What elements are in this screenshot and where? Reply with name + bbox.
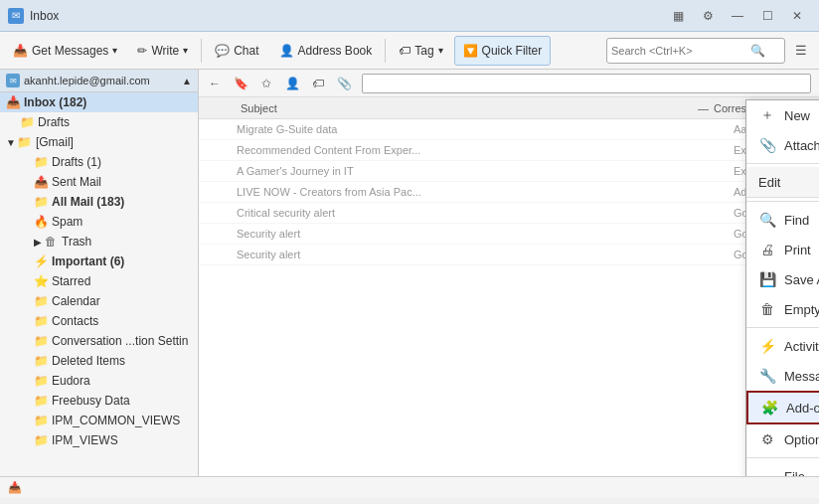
get-messages-btn[interactable]: 📥 Get Messages ▾ <box>4 36 126 66</box>
row3-subject: A Gamer's Journey in IT <box>237 165 734 177</box>
email-row[interactable]: Recommended Content From Exper... Expe..… <box>199 140 819 161</box>
row2-subject: Recommended Content From Exper... <box>237 144 734 156</box>
drafts2-icon: 📁 <box>34 155 48 169</box>
email-row[interactable]: Critical security alert Goog... <box>199 203 819 224</box>
settings-btn[interactable]: ⚙ <box>694 5 722 27</box>
sidebar-item-contacts[interactable]: 📁 Contacts <box>0 311 198 331</box>
main-layout: ✉ akanht.lepide@gmail.com ▲ 📥 Inbox (182… <box>0 70 819 476</box>
sidebar-item-trash[interactable]: ▶ 🗑 Trash <box>0 232 198 252</box>
filter-icon: 🔽 <box>463 44 478 58</box>
search-icon[interactable]: 🔍 <box>750 44 765 58</box>
menu-edit-section: Edit ✂ ⧉ 📋 ▶ <box>746 167 819 198</box>
menu-label-options: Options <box>784 432 819 447</box>
minimize-btn[interactable]: — <box>724 5 751 27</box>
account-label: akanht.lepide@gmail.com <box>24 75 150 86</box>
menu-label-addons: Add-ons <box>786 401 819 416</box>
quick-filter-btn[interactable]: 🔽 Quick Filter <box>454 36 552 66</box>
contact-icon[interactable]: 👤 <box>280 73 304 94</box>
context-menu: ＋ New ▶ 📎 Attachments ▶ Edit ✂ ⧉ 📋 ▶ <box>745 99 819 476</box>
allmail-label: All Mail (183) <box>52 195 124 209</box>
sidebar-item-sent[interactable]: 📤 Sent Mail <box>0 172 198 192</box>
menu-item-new[interactable]: ＋ New ▶ <box>746 100 819 130</box>
menu-item-print[interactable]: 🖨 Print <box>746 235 819 264</box>
deleted-label: Deleted Items <box>52 354 125 368</box>
write-dropdown-arrow[interactable]: ▾ <box>183 45 188 56</box>
deleted-icon: 📁 <box>34 354 48 368</box>
label-icon[interactable]: 🏷 <box>306 73 330 94</box>
menu-label-new: New <box>784 108 819 123</box>
sidebar-item-inbox[interactable]: 📥 Inbox (182) <box>0 92 198 112</box>
chat-btn[interactable]: 💬 Chat <box>206 36 267 66</box>
menu-item-file[interactable]: File ▶ <box>746 461 819 476</box>
sidebar-item-deleted[interactable]: 📁 Deleted Items <box>0 351 198 371</box>
menu-item-options[interactable]: ⚙ Options ▶ <box>746 424 819 454</box>
sidebar-item-eudora[interactable]: 📁 Eudora <box>0 371 198 391</box>
filters-icon: 🔧 <box>758 367 776 385</box>
close-btn[interactable]: ✕ <box>783 5 811 27</box>
ipm-views-icon: 📁 <box>34 433 48 447</box>
hamburger-menu-btn[interactable]: ☰ <box>787 37 815 65</box>
menu-item-find[interactable]: 🔍 Find <box>746 205 819 235</box>
email-row[interactable]: LIVE NOW - Creators from Asia Pac... Ado… <box>199 182 819 203</box>
email-search-box[interactable] <box>362 74 811 93</box>
sidebar-item-spam[interactable]: 🔥 Spam <box>0 212 198 232</box>
menu-item-saveas[interactable]: 💾 Save As <box>746 264 819 294</box>
drafts-icon: 📁 <box>20 115 34 129</box>
sidebar-item-gmail[interactable]: ▼ 📁 [Gmail] <box>0 132 198 152</box>
sidebar-item-drafts2[interactable]: 📁 Drafts (1) <box>0 152 198 172</box>
bookmark-icon[interactable]: 🔖 <box>229 73 252 94</box>
toolbar-sep1 <box>201 39 202 63</box>
sidebar-item-important[interactable]: ⚡ Important (6) <box>0 252 198 271</box>
address-book-btn[interactable]: 👤 Address Book <box>270 36 382 66</box>
menu-label-print: Print <box>784 243 819 257</box>
trash-arrow: ▶ <box>34 237 42 248</box>
menu-label-attachments: Attachments <box>784 138 819 153</box>
sidebar-item-starred[interactable]: ⭐ Starred <box>0 271 198 291</box>
drafts2-label: Drafts (1) <box>52 155 101 169</box>
grid-view-btn[interactable]: ▦ <box>664 5 692 27</box>
status-bar: 📥 <box>0 476 819 498</box>
write-btn[interactable]: ✏ Write ▾ <box>128 36 197 66</box>
col-subject: Subject <box>241 102 698 114</box>
email-row[interactable]: Security alert Goog... <box>199 245 819 265</box>
email-row[interactable]: A Gamer's Journey in IT Expe... <box>199 161 819 182</box>
sidebar-item-ipm-views[interactable]: 📁 IPM_VIEWS <box>0 430 198 450</box>
eudora-icon: 📁 <box>34 374 48 388</box>
sent-label: Sent Mail <box>52 175 101 189</box>
star-icon[interactable]: ✩ <box>254 73 278 94</box>
maximize-btn[interactable]: ☐ <box>753 5 781 27</box>
menu-label-file: File <box>784 469 819 477</box>
sidebar-item-allmail[interactable]: 📁 All Mail (183) <box>0 192 198 212</box>
inbox-folder-icon: 📥 <box>6 95 20 109</box>
menu-item-activity[interactable]: ⚡ Activity Manager <box>746 331 819 361</box>
addons-icon: 🧩 <box>760 399 778 417</box>
tag-icon: 🏷 <box>399 44 410 58</box>
sidebar-item-drafts[interactable]: 📁 Drafts <box>0 112 198 132</box>
email-row[interactable]: Migrate G-Suite data Aaka... <box>199 119 819 140</box>
get-messages-dropdown-arrow[interactable]: ▾ <box>112 45 117 56</box>
email-row[interactable]: Security alert Goog... <box>199 224 819 245</box>
convsettings-label: Conversation ...tion Settin <box>52 334 188 348</box>
attachment-icon[interactable]: 📎 <box>332 73 356 94</box>
search-box[interactable]: 🔍 <box>606 38 785 64</box>
account-header[interactable]: ✉ akanht.lepide@gmail.com ▲ <box>0 70 198 92</box>
ipm-common-icon: 📁 <box>34 414 48 427</box>
tag-dropdown-arrow[interactable]: ▾ <box>438 45 443 56</box>
menu-item-addons[interactable]: 🧩 Add-ons ▶ <box>746 391 819 424</box>
sidebar-item-freebusy[interactable]: 📁 Freebusy Data <box>0 391 198 411</box>
menu-item-emptytrash[interactable]: 🗑 Empty Trash <box>746 294 819 324</box>
sidebar-item-calendar[interactable]: 📁 Calendar <box>0 291 198 311</box>
gmail-icon: 📁 <box>18 135 32 149</box>
sidebar-item-convsettings[interactable]: 📁 Conversation ...tion Settin <box>0 331 198 351</box>
menu-item-filters[interactable]: 🔧 Message Filters <box>746 361 819 391</box>
main-toolbar: 📥 Get Messages ▾ ✏ Write ▾ 💬 Chat 👤 Addr… <box>0 32 819 70</box>
menu-item-attachments[interactable]: 📎 Attachments ▶ <box>746 130 819 160</box>
menu-sep1 <box>746 163 819 164</box>
sidebar-item-ipm-common[interactable]: 📁 IPM_COMMON_VIEWS <box>0 411 198 430</box>
menu-sep4 <box>746 457 819 458</box>
starred-label: Starred <box>52 274 90 288</box>
content-area: ← 🔖 ✩ 👤 🏷 📎 Subject — Correspondent/From… <box>199 70 819 476</box>
tag-btn[interactable]: 🏷 Tag ▾ <box>390 36 451 66</box>
search-input[interactable] <box>611 45 750 57</box>
reply-icon[interactable]: ← <box>203 73 227 94</box>
